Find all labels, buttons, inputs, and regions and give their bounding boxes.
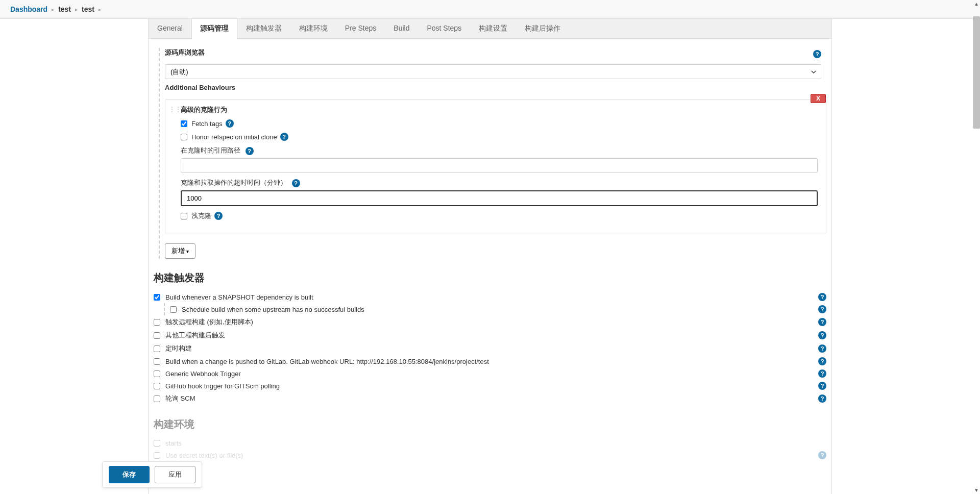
tab-presteps[interactable]: Pre Steps xyxy=(336,19,385,38)
help-icon[interactable]: ? xyxy=(292,179,300,187)
apply-button[interactable]: 应用 xyxy=(155,466,195,483)
help-icon[interactable]: ? xyxy=(226,119,234,128)
poll-scm-checkbox[interactable] xyxy=(154,396,160,402)
chevron-right-icon: ▸ xyxy=(99,7,101,12)
advanced-clone-behaviour-box: X ⋮⋮ 高级的克隆行为 Fetch tags ? Honor refspec … xyxy=(165,100,826,233)
help-icon[interactable]: ? xyxy=(813,50,821,58)
timeout-label: 克隆和拉取操作的超时时间（分钟） xyxy=(181,179,287,186)
secret-text-label: Use secret text(s) or file(s) xyxy=(165,452,815,459)
help-icon[interactable]: ? xyxy=(214,212,223,220)
other-proj-checkbox[interactable] xyxy=(154,332,160,339)
github-trigger-checkbox[interactable] xyxy=(154,383,160,389)
tab-scm[interactable]: 源码管理 xyxy=(191,19,237,39)
generic-webhook-label: Generic Webhook Trigger xyxy=(165,370,815,378)
breadcrumb-item-2[interactable]: test xyxy=(82,5,94,13)
help-icon[interactable]: ? xyxy=(818,318,826,326)
honor-refspec-label: Honor refspec on initial clone xyxy=(191,133,277,141)
github-trigger-label: GitHub hook trigger for GITScm polling xyxy=(165,382,815,390)
scrollbar-thumb[interactable] xyxy=(973,16,980,129)
help-icon[interactable]: ? xyxy=(246,147,254,155)
chevron-right-icon: ▸ xyxy=(52,7,54,12)
help-icon[interactable]: ? xyxy=(818,394,826,403)
tab-settings[interactable]: 构建设置 xyxy=(470,19,516,38)
help-icon[interactable]: ? xyxy=(818,344,826,353)
drag-handle-icon[interactable]: ⋮⋮ xyxy=(168,105,181,113)
delete-ws-checkbox[interactable] xyxy=(154,440,160,447)
remote-trigger-label: 触发远程构建 (例如,使用脚本) xyxy=(165,317,815,327)
timeout-input[interactable] xyxy=(181,190,818,206)
scroll-down-icon[interactable]: ▼ xyxy=(974,487,979,493)
fetch-tags-label: Fetch tags xyxy=(191,120,223,128)
advanced-clone-title: 高级的克隆行为 xyxy=(181,106,227,113)
repo-browser-select[interactable]: (自动) xyxy=(165,64,821,79)
chevron-right-icon: ▸ xyxy=(75,7,78,12)
help-icon[interactable]: ? xyxy=(280,133,288,141)
reference-path-input[interactable] xyxy=(181,158,818,173)
reference-path-label: 在克隆时的引用路径 xyxy=(181,146,240,154)
scroll-up-icon[interactable]: ▲ xyxy=(974,1,979,7)
breadcrumb: Dashboard ▸ test ▸ test ▸ xyxy=(0,0,980,19)
help-icon[interactable]: ? xyxy=(818,331,826,339)
schedule-upstream-label: Schedule build when some upstream has no… xyxy=(182,306,815,313)
delete-behaviour-button[interactable]: X xyxy=(811,94,826,103)
poll-scm-label: 轮询 SCM xyxy=(165,394,815,403)
breadcrumb-item-1[interactable]: test xyxy=(58,5,71,13)
help-icon[interactable]: ? xyxy=(818,357,826,365)
cron-label: 定时构建 xyxy=(165,344,815,353)
shallow-clone-label: 浅克隆 xyxy=(191,211,211,220)
tab-general[interactable]: General xyxy=(149,19,191,38)
help-icon[interactable]: ? xyxy=(818,293,826,301)
shallow-clone-checkbox[interactable] xyxy=(181,213,187,219)
help-icon[interactable]: ? xyxy=(818,382,826,390)
gitlab-trigger-label: Build when a change is pushed to GitLab.… xyxy=(165,358,815,365)
tab-postactions[interactable]: 构建后操作 xyxy=(516,19,569,38)
secret-text-checkbox[interactable] xyxy=(154,452,160,459)
schedule-upstream-checkbox[interactable] xyxy=(170,306,177,313)
tab-triggers[interactable]: 构建触发器 xyxy=(237,19,290,38)
tab-env[interactable]: 构建环境 xyxy=(290,19,336,38)
tab-build[interactable]: Build xyxy=(385,19,418,38)
delete-ws-label: starts xyxy=(165,439,826,447)
repo-browser-label: 源码库浏览器 xyxy=(165,48,205,57)
other-proj-label: 其他工程构建后触发 xyxy=(165,331,815,340)
help-icon[interactable]: ? xyxy=(818,451,826,459)
add-behaviour-button[interactable]: 新增 xyxy=(165,243,195,259)
generic-webhook-checkbox[interactable] xyxy=(154,370,160,377)
honor-refspec-checkbox[interactable] xyxy=(181,134,187,140)
help-icon[interactable]: ? xyxy=(818,369,826,378)
config-tabs: General 源码管理 构建触发器 构建环境 Pre Steps Build … xyxy=(148,19,832,39)
snapshot-trigger-checkbox[interactable] xyxy=(154,294,160,301)
footer-buttons: 保存 应用 xyxy=(102,461,202,488)
save-button[interactable]: 保存 xyxy=(109,466,150,483)
cron-checkbox[interactable] xyxy=(154,345,160,352)
additional-behaviours-label: Additional Behaviours xyxy=(165,84,235,91)
tab-poststeps[interactable]: Post Steps xyxy=(418,19,470,38)
help-icon[interactable]: ? xyxy=(818,305,826,313)
breadcrumb-root[interactable]: Dashboard xyxy=(10,5,47,13)
build-triggers-heading: 构建触发器 xyxy=(154,271,826,285)
fetch-tags-checkbox[interactable] xyxy=(181,120,187,127)
build-env-heading: 构建环境 xyxy=(154,417,826,431)
remote-trigger-checkbox[interactable] xyxy=(154,319,160,326)
gitlab-trigger-checkbox[interactable] xyxy=(154,358,160,365)
snapshot-trigger-label: Build whenever a SNAPSHOT dependency is … xyxy=(165,293,815,301)
